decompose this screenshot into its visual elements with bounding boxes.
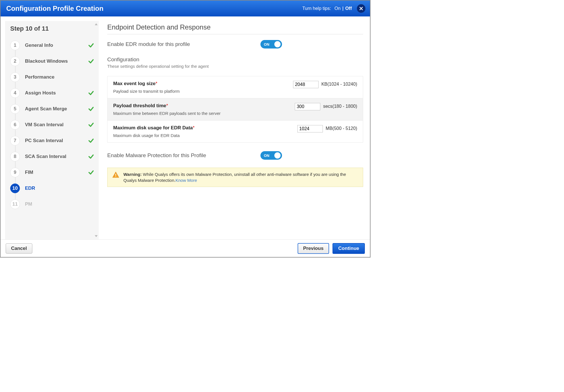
previous-button[interactable]: Previous [298, 243, 329, 254]
step-label: VM Scan Interval [25, 122, 88, 128]
step-number: 1 [10, 41, 20, 50]
step-number: 5 [10, 104, 20, 114]
step-number: 11 [10, 199, 20, 209]
step-label: General Info [25, 43, 88, 48]
header-right: Turn help tips: On | Off [302, 4, 365, 13]
config-description: Maximum disk usage for EDR Data [113, 133, 297, 138]
cancel-button[interactable]: Cancel [6, 243, 32, 254]
step-number: 6 [10, 120, 20, 130]
required-star: * [193, 125, 195, 130]
config-description: Maximum time between EDR payloads sent t… [113, 111, 295, 116]
step-number: 8 [10, 152, 20, 161]
help-tips-toggle: Turn help tips: On | Off [302, 6, 352, 11]
step-label: PM [25, 201, 97, 207]
svg-rect-0 [115, 174, 116, 176]
config-unit: secs(180 - 1800) [323, 103, 357, 109]
check-icon [88, 169, 94, 176]
step-label: Performance [25, 74, 97, 80]
step-sca-scan-interval[interactable]: 8 SCA Scan Interval [10, 149, 97, 165]
check-icon [88, 138, 94, 144]
help-tips-label: Turn help tips: [302, 6, 331, 11]
know-more-link[interactable]: Know More [175, 178, 197, 183]
step-general-info[interactable]: 1 General Info [10, 37, 97, 53]
main-panel: Endpoint Detection and Response Enable E… [99, 16, 370, 239]
step-label: EDR [25, 186, 97, 191]
config-group: Max event log size* Payload size to tran… [107, 76, 363, 143]
step-edr[interactable]: 10 EDR [10, 180, 97, 196]
section-title: Endpoint Detection and Response [107, 23, 363, 34]
config-name: Payload threshold time [113, 103, 166, 108]
step-number: 4 [10, 88, 20, 98]
step-label: Assign Hosts [25, 90, 88, 96]
step-counter: Step 10 of 11 [10, 25, 97, 32]
step-number: 7 [10, 136, 20, 146]
step-pm[interactable]: 11 PM [10, 196, 97, 212]
check-icon [88, 122, 94, 128]
enable-edr-label: Enable EDR module for this profile [107, 41, 260, 47]
step-number: 10 [10, 184, 20, 193]
payload-threshold-time-input[interactable] [295, 103, 320, 110]
check-icon [88, 153, 94, 160]
max-disk-usage-input[interactable] [297, 125, 323, 132]
check-icon [88, 42, 94, 49]
config-row-max-disk-usage: Maximum disk usage for EDR Data* Maximum… [108, 121, 363, 142]
config-labels: Payload threshold time* Maximum time bet… [113, 103, 295, 116]
enable-malware-toggle[interactable]: ON [260, 151, 282, 160]
help-tips-off[interactable]: Off [345, 6, 352, 11]
config-input-wrap: MB(500 - 5120) [297, 125, 357, 138]
config-unit: KB(1024 - 10240) [321, 81, 357, 87]
step-agent-scan-merge[interactable]: 5 Agent Scan Merge [10, 101, 97, 117]
close-icon [359, 7, 363, 10]
toggle-knob [274, 41, 281, 47]
step-label: Blackout Windows [25, 58, 88, 64]
step-label: Agent Scan Merge [25, 106, 88, 112]
sidebar-scroll-down[interactable] [95, 235, 98, 237]
warning-icon [112, 171, 119, 179]
step-number: 9 [10, 168, 20, 177]
step-number: 2 [10, 56, 20, 66]
step-vm-scan-interval[interactable]: 6 VM Scan Interval [10, 117, 97, 133]
warning-box: Warning: While Qualys offers its own Mal… [107, 168, 363, 187]
check-icon [88, 58, 94, 64]
step-label: FIM [25, 170, 88, 175]
config-labels: Maximum disk usage for EDR Data* Maximum… [113, 125, 297, 138]
step-number: 3 [10, 72, 20, 82]
toggle-on-label: ON [264, 42, 270, 47]
step-assign-hosts[interactable]: 4 Assign Hosts [10, 85, 97, 101]
check-icon [88, 106, 94, 112]
enable-edr-row: Enable EDR module for this profile ON [107, 40, 363, 49]
svg-rect-1 [115, 176, 116, 177]
enable-malware-row: Enable Malware Protection for this Profi… [107, 151, 363, 160]
enable-edr-toggle[interactable]: ON [260, 40, 282, 49]
step-label: SCA Scan Interval [25, 154, 88, 159]
step-performance[interactable]: 3 Performance [10, 69, 97, 85]
footer-right-group: Previous Continue [298, 243, 365, 254]
config-row-max-event-log-size: Max event log size* Payload size to tran… [108, 76, 363, 98]
close-button[interactable] [357, 4, 365, 13]
config-description: Payload size to transmit to platform [113, 89, 293, 94]
max-event-log-size-input[interactable] [293, 81, 319, 88]
check-icon [88, 90, 94, 96]
step-list: 1 General Info 2 Blackout Windows 3 Perf… [10, 37, 97, 212]
continue-button[interactable]: Continue [332, 243, 365, 254]
config-desc: These settings define operational settin… [107, 64, 363, 69]
sidebar-scroll-up[interactable] [95, 23, 98, 25]
step-pc-scan-interval[interactable]: 7 PC Scan Interval [10, 133, 97, 149]
dialog-header: Configuration Profile Creation Turn help… [1, 1, 370, 16]
toggle-knob [274, 152, 281, 159]
warning-body: While Qualys offers its own Malware Prot… [123, 172, 346, 183]
config-unit: MB(500 - 5120) [326, 125, 357, 131]
step-label: PC Scan Interval [25, 138, 88, 144]
config-name: Maximum disk usage for EDR Data [113, 125, 193, 130]
warning-prefix: Warning: [123, 172, 142, 177]
config-name: Max event log size [113, 81, 155, 86]
config-labels: Max event log size* Payload size to tran… [113, 81, 293, 94]
config-row-payload-threshold-time: Payload threshold time* Maximum time bet… [108, 98, 363, 121]
dialog-body: Step 10 of 11 1 General Info 2 Blackout … [1, 16, 370, 239]
dialog-footer: Cancel Previous Continue [1, 239, 370, 257]
config-input-wrap: secs(180 - 1800) [295, 103, 357, 116]
step-fim[interactable]: 9 FIM [10, 165, 97, 180]
help-tips-on[interactable]: On [334, 6, 340, 11]
step-blackout-windows[interactable]: 2 Blackout Windows [10, 53, 97, 69]
enable-malware-label: Enable Malware Protection for this Profi… [107, 152, 260, 159]
